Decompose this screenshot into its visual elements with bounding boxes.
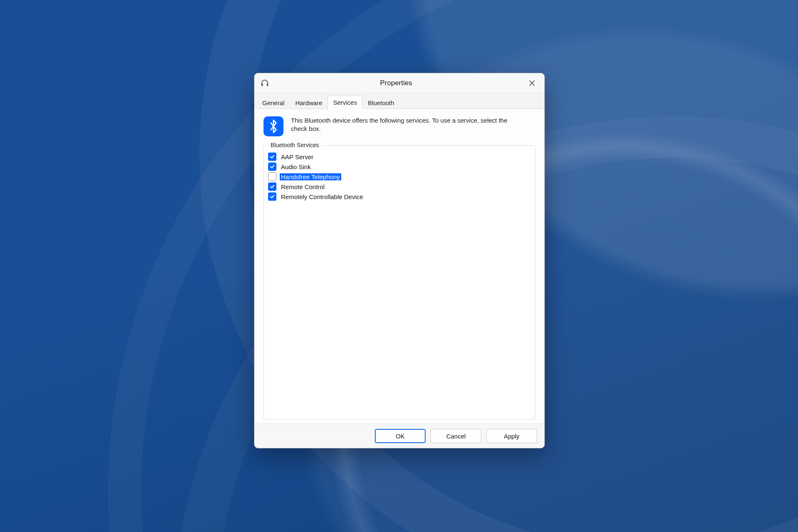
service-row[interactable]: Remote Control [267, 182, 532, 192]
intro-text: This Bluetooth device offers the followi… [291, 116, 515, 133]
service-row[interactable]: Remotely Controllable Device [267, 192, 532, 202]
tab-bar: General Hardware Services Bluetooth [254, 94, 544, 109]
service-row[interactable]: Handsfree Telephony [267, 172, 532, 182]
properties-dialog: Properties General Hardware Services Blu… [254, 73, 545, 448]
tab-content-services: This Bluetooth device offers the followi… [254, 109, 544, 424]
service-list: AAP Server Audio Sink Handsfree Telephon… [267, 150, 532, 202]
checkbox-aap-server[interactable] [268, 153, 276, 161]
service-row[interactable]: Audio Sink [267, 162, 532, 172]
checkbox-remotely-controllable-device[interactable] [268, 192, 276, 201]
apply-button[interactable]: Apply [486, 429, 537, 443]
ok-button[interactable]: OK [375, 429, 426, 443]
close-button[interactable] [523, 76, 541, 90]
headphones-icon [260, 79, 269, 88]
tab-services[interactable]: Services [328, 96, 362, 109]
service-row[interactable]: AAP Server [267, 152, 532, 162]
service-label[interactable]: Remotely Controllable Device [280, 193, 365, 200]
tab-general[interactable]: General [257, 96, 290, 109]
tab-hardware[interactable]: Hardware [290, 96, 328, 109]
svg-rect-1 [267, 84, 268, 86]
window-title: Properties [269, 79, 523, 87]
dialog-button-row: OK Cancel Apply [254, 424, 544, 448]
bluetooth-services-group: Bluetooth Services AAP Server Audio Sink [264, 145, 535, 419]
titlebar[interactable]: Properties [254, 73, 544, 94]
cancel-button[interactable]: Cancel [431, 429, 481, 443]
checkbox-remote-control[interactable] [268, 182, 276, 191]
tab-bluetooth[interactable]: Bluetooth [362, 96, 399, 109]
service-label[interactable]: Remote Control [280, 183, 326, 190]
group-legend: Bluetooth Services [268, 142, 322, 148]
service-label[interactable]: AAP Server [280, 153, 315, 160]
checkbox-audio-sink[interactable] [268, 163, 276, 171]
bluetooth-icon [264, 116, 283, 136]
desktop-wallpaper: Properties General Hardware Services Blu… [0, 0, 798, 532]
service-label[interactable]: Handsfree Telephony [280, 173, 341, 180]
checkbox-handsfree-telephony[interactable] [268, 172, 276, 181]
svg-rect-0 [261, 84, 263, 86]
service-label[interactable]: Audio Sink [280, 163, 312, 170]
